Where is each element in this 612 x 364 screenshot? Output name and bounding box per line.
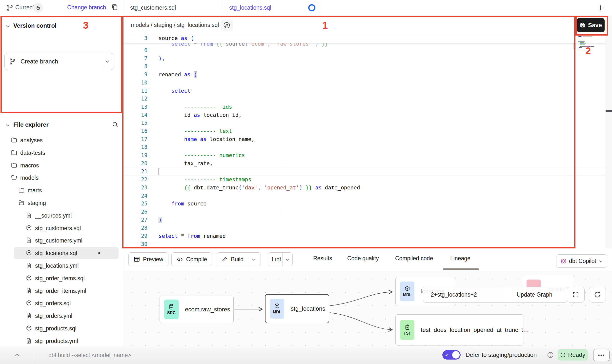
git-branch-icon bbox=[6, 4, 13, 11]
tab-results[interactable]: Results bbox=[313, 255, 332, 262]
code-line-18[interactable]: 18 bbox=[123, 143, 606, 151]
code-line-24[interactable]: 24 bbox=[123, 192, 606, 200]
code-line-28[interactable]: 28 bbox=[123, 224, 606, 232]
code-line-14[interactable]: 14 id as location_id, bbox=[123, 111, 606, 119]
code-line-7[interactable]: 7), bbox=[123, 55, 606, 63]
code-line-11[interactable]: 11 select bbox=[123, 87, 606, 95]
file-item-models[interactable]: models bbox=[0, 171, 123, 184]
line-number: 28 bbox=[123, 224, 147, 232]
status-badge-ready[interactable]: Ready bbox=[558, 349, 588, 361]
code-line-8[interactable]: 8 bbox=[123, 62, 606, 71]
chevron-down-icon[interactable] bbox=[251, 257, 257, 262]
code-line-29[interactable]: 29select * from renamed bbox=[123, 232, 606, 240]
chevron-down-icon[interactable] bbox=[599, 259, 603, 263]
code-line-16[interactable]: 16 ---------- text bbox=[123, 127, 606, 135]
file-item-analyses[interactable]: analyses bbox=[0, 134, 123, 146]
refresh-button[interactable] bbox=[589, 287, 606, 303]
file-item-stg_orders.sql[interactable]: stg_orders.sql bbox=[0, 297, 123, 309]
code-text: ), bbox=[159, 55, 165, 63]
file-item-stg_order_items.yml[interactable]: stg_order_items.yml bbox=[0, 284, 123, 297]
lint-label: Lint bbox=[272, 256, 281, 263]
lineage-selector-group: Update Graph bbox=[423, 287, 567, 303]
help-icon[interactable] bbox=[547, 352, 554, 358]
dbt-copilot-button[interactable]: dbt Copilot bbox=[556, 254, 607, 268]
code-line-25[interactable]: 25 from source bbox=[123, 200, 606, 208]
new-tab-button[interactable] bbox=[597, 4, 604, 12]
chevron-down-icon[interactable] bbox=[285, 257, 290, 262]
update-graph-button[interactable]: Update Graph bbox=[502, 287, 567, 302]
code-line-30[interactable]: 30 bbox=[123, 240, 606, 248]
file-item-marts[interactable]: marts bbox=[0, 184, 123, 197]
code-line-10[interactable]: 10 bbox=[123, 79, 606, 87]
copy-icon[interactable] bbox=[111, 4, 118, 11]
file-item-stg_locations.sql[interactable]: stg_locations.sql bbox=[0, 247, 123, 259]
lineage-canvas[interactable]: SRC ecom.raw_stores MDL stg_locations MD… bbox=[123, 271, 612, 346]
code-line-6[interactable]: 6 bbox=[123, 46, 606, 55]
code-line-21[interactable]: 21 bbox=[123, 168, 606, 176]
dbt-copilot-icon bbox=[560, 258, 567, 264]
save-button[interactable]: Save bbox=[577, 18, 605, 32]
code-line-19[interactable]: 19 ---------- numerics bbox=[123, 151, 606, 160]
more-options-button[interactable]: ••• bbox=[593, 349, 610, 361]
create-branch-button[interactable]: Create branch bbox=[4, 53, 114, 70]
file-item-staging[interactable]: staging bbox=[0, 197, 123, 209]
command-bar-collapse[interactable] bbox=[0, 346, 34, 364]
code-line-27[interactable]: 27) bbox=[123, 216, 606, 224]
search-icon[interactable] bbox=[112, 121, 119, 128]
source-badge: SRC bbox=[164, 300, 179, 319]
file-item-stg_products.sql[interactable]: stg_products.sql bbox=[0, 322, 123, 335]
code-line-22[interactable]: 22 ---------- timestamps bbox=[123, 176, 606, 184]
lineage-node-test[interactable]: TST test_does_location_opened_at_trunc_t… bbox=[395, 314, 524, 345]
compile-button[interactable]: Compile bbox=[171, 252, 212, 266]
lineage-selector-input[interactable] bbox=[423, 287, 502, 302]
file-item-__sources.yml[interactable]: __sources.yml bbox=[0, 209, 123, 222]
build-button[interactable]: Build bbox=[217, 252, 261, 266]
preview-button[interactable]: Preview bbox=[128, 252, 168, 266]
code-line-17[interactable]: 17 name as location_name, bbox=[123, 135, 606, 143]
tab-compiled-code[interactable]: Compiled code bbox=[395, 255, 433, 262]
file-item-label: __sources.yml bbox=[35, 212, 72, 219]
file-item-label: stg_orders.sql bbox=[35, 300, 71, 307]
tab-code-quality[interactable]: Code quality bbox=[347, 255, 379, 262]
minimap[interactable] bbox=[578, 36, 606, 51]
file-item-stg_orders.yml[interactable]: stg_orders.yml bbox=[0, 309, 123, 322]
button-divider bbox=[282, 253, 283, 266]
lineage-node-stg-locations[interactable]: MDL stg_locations bbox=[265, 294, 329, 323]
defer-toggle[interactable] bbox=[442, 350, 461, 360]
code-line-9[interactable]: 9renamed as ( bbox=[123, 71, 606, 79]
unsaved-changes-icon bbox=[308, 4, 315, 11]
lineage-compass-icon[interactable] bbox=[221, 20, 233, 31]
fullscreen-button[interactable] bbox=[567, 287, 585, 303]
clipboard-check-icon bbox=[405, 324, 410, 330]
file-item-stg_order_items.sql[interactable]: stg_order_items.sql bbox=[0, 272, 123, 284]
file-item-macros[interactable]: macros bbox=[0, 159, 123, 172]
file-item-label: stg_customers.sql bbox=[35, 225, 81, 232]
code-line-13[interactable]: 13 ---------- ids bbox=[123, 103, 606, 111]
file-item-data-tests[interactable]: data-tests bbox=[0, 146, 123, 159]
chevron-down-icon[interactable] bbox=[104, 59, 110, 64]
chevron-down-icon[interactable] bbox=[5, 23, 10, 29]
tab-lineage[interactable]: Lineage bbox=[450, 255, 470, 262]
folder-open-icon bbox=[11, 174, 17, 181]
lineage-node-source[interactable]: SRC ecom.raw_stores bbox=[160, 296, 234, 323]
file-item-stg_locations.yml[interactable]: stg_locations.yml bbox=[0, 259, 123, 272]
file-item-stg_customers.yml[interactable]: stg_customers.yml bbox=[0, 234, 123, 247]
chevron-down-icon[interactable] bbox=[5, 122, 10, 128]
command-input[interactable]: dbt build --select <model_name> bbox=[48, 346, 131, 364]
code-line-12[interactable]: 12 bbox=[123, 95, 606, 103]
file-item-stg_customers.sql[interactable]: stg_customers.sql bbox=[0, 222, 123, 234]
file-item-label: stg_products.yml bbox=[35, 338, 78, 344]
model-icon bbox=[26, 250, 32, 256]
breadcrumb: models / staging / stg_locations.sql bbox=[131, 22, 219, 28]
tab-stg-customers[interactable]: stg_customers.sql bbox=[123, 0, 222, 16]
pane-resize-handle[interactable] bbox=[606, 110, 612, 112]
lint-button[interactable]: Lint bbox=[268, 252, 293, 266]
file-item-stg_products.yml[interactable]: stg_products.yml bbox=[0, 335, 123, 347]
change-branch-link[interactable]: Change branch bbox=[67, 4, 106, 11]
code-text: renamed as ( bbox=[159, 71, 197, 79]
code-line-20[interactable]: 20 tax_rate, bbox=[123, 160, 606, 168]
code-line-15[interactable]: 15 bbox=[123, 119, 606, 127]
code-line-23[interactable]: 23 {{ dbt.date_trunc('day', 'opened_at')… bbox=[123, 184, 606, 192]
code-line-26[interactable]: 26 bbox=[123, 208, 606, 216]
tab-stg-locations[interactable]: stg_locations.sql bbox=[222, 0, 322, 16]
